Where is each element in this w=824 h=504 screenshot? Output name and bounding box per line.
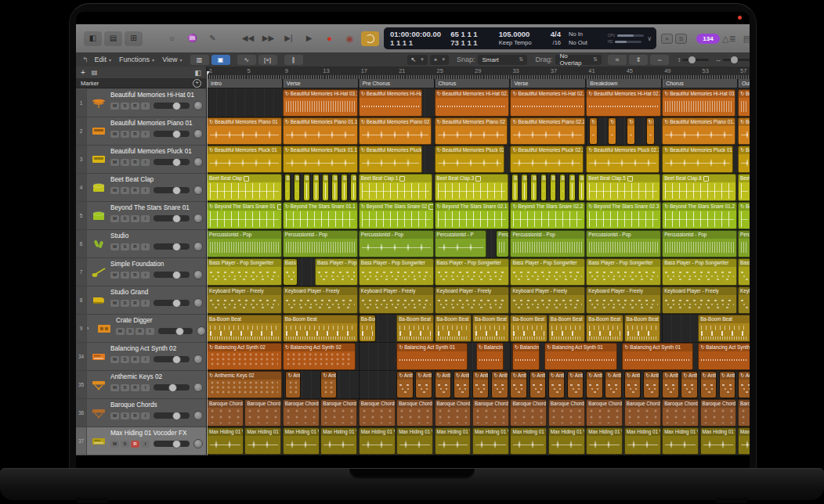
region[interactable]: ↻ Anthe [567, 371, 584, 398]
region[interactable]: Beet Beat Clap.5 [586, 174, 660, 201]
region[interactable]: ↻ Beautiful Memories Pluck 02 [359, 146, 422, 173]
flex-button[interactable]: ∥ [284, 55, 303, 65]
region[interactable]: Keyboard Player - Freely [510, 286, 585, 314]
pan-knob[interactable] [193, 214, 203, 223]
track-header-row[interactable]: 36Baroque ChordsMSRI [76, 399, 206, 427]
solo-button[interactable]: S [121, 243, 129, 250]
horizontal-zoom-slider[interactable]: ↔ [715, 56, 750, 63]
region[interactable]: Baroque Chords [586, 399, 623, 427]
region[interactable]: Baroque Chords [435, 399, 472, 427]
region[interactable]: B [521, 174, 528, 201]
horizontal-auto-zoom-button[interactable]: ⇔ [650, 55, 669, 65]
bar-ruler[interactable]: 159131721252933374145495357 [207, 67, 750, 80]
pan-knob[interactable] [193, 101, 203, 110]
arrangement-marker[interactable]: Outro [739, 79, 750, 88]
region[interactable]: ↻ Balancing Act Synth 01 [396, 343, 468, 370]
region[interactable]: ↻ Beautiful Memories Hi-Hat 02.1 [435, 89, 510, 117]
region[interactable]: B [530, 174, 537, 201]
loop-browser-icon[interactable]: △ [722, 34, 728, 44]
sync-button[interactable]: S [675, 34, 687, 44]
pan-knob[interactable] [193, 129, 203, 139]
track-name[interactable]: Beyond The Stars Snare 01 [110, 204, 206, 212]
solo-button[interactable]: S [121, 356, 129, 363]
region[interactable]: Baroque Chords [700, 399, 737, 427]
region[interactable]: B [331, 174, 338, 201]
track-name[interactable]: Anthemic Keys 02 [110, 373, 206, 381]
input-monitor-button[interactable]: I [141, 103, 150, 110]
region[interactable]: Bass Player - Pop Songwriter [359, 258, 434, 286]
mute-button[interactable]: M [110, 300, 119, 307]
track-header-row[interactable]: 37Max Hiding 01 Vocoder FXMSRI [76, 427, 206, 455]
region[interactable]: Bass Player - Pop Songwriter [586, 258, 661, 286]
mute-button[interactable]: M [110, 412, 119, 419]
region[interactable]: ↻ Beautiful Memories Hi-Hat 03.1 [283, 89, 358, 117]
track-header-row[interactable]: 34Balancing Act Synth 02MSRI [76, 343, 206, 371]
volume-slider[interactable] [154, 187, 190, 193]
record-enable-button[interactable]: R [131, 187, 139, 194]
region[interactable]: Max Hiding 01 V [662, 427, 699, 455]
track-name[interactable]: Beautiful Memories Pluck 01 [110, 148, 206, 156]
region[interactable]: ↻ Anthe [681, 371, 697, 398]
region[interactable]: Percussionist - Pop [359, 230, 434, 257]
track-name[interactable]: Simple Foundation [110, 261, 206, 268]
forward-button[interactable]: ▶▶ [259, 31, 277, 46]
region[interactable]: B [313, 174, 320, 201]
hide-global-tracks-button[interactable]: ◧ [194, 69, 201, 77]
arrangement-marker[interactable]: Chorus [435, 79, 510, 88]
mute-button[interactable]: M [110, 441, 119, 448]
region[interactable]: ↻ Anthe [586, 371, 602, 398]
mute-button[interactable]: M [110, 356, 119, 363]
region[interactable]: ↻ Beautiful Memories Pluck 02.2 [510, 146, 583, 173]
solo-button[interactable]: S [121, 272, 129, 279]
go-to-end-button[interactable]: ▶| [280, 31, 298, 46]
track-header-row[interactable]: 4Beet Beat ClapMSRI [76, 174, 206, 202]
region[interactable]: ↻ Be [608, 117, 616, 145]
track-name[interactable]: Max Hiding 01 Vocoder FX [110, 430, 206, 437]
vertical-zoom-slider[interactable]: ↕ [678, 56, 709, 63]
mute-button[interactable]: M [110, 103, 119, 110]
region[interactable]: Baroque Chords [396, 399, 433, 427]
region[interactable]: Ba-Boom Beat [283, 315, 358, 342]
region[interactable]: Percuss [496, 230, 509, 257]
pencil-button[interactable]: ✎ [204, 31, 222, 46]
volume-slider[interactable] [154, 103, 190, 109]
region[interactable]: B [341, 174, 348, 201]
track-header-row[interactable]: 7Simple FoundationMSRI [76, 258, 206, 286]
track-name[interactable]: Beautiful Memories Piano 01 [110, 120, 206, 128]
record-enable-button[interactable]: R [131, 356, 139, 363]
region[interactable]: Ba-Boom Beat [396, 315, 433, 342]
volume-slider[interactable] [154, 356, 190, 362]
region[interactable]: ↻ Anthemic Keys 02 [207, 371, 282, 398]
region[interactable]: ↻ Beyond The Stars Snare 02.3 [586, 202, 661, 229]
region[interactable]: Bass Player - Pop Songwriter [510, 258, 585, 286]
region[interactable]: ↻ Anthe [510, 371, 526, 398]
count-in-button[interactable]: ☼ [163, 31, 181, 46]
input-monitor-button[interactable]: I [141, 384, 150, 391]
region[interactable]: ↻ Beautiful Memories Piano 02.2 [510, 117, 585, 145]
pan-knob[interactable] [193, 157, 203, 167]
solo-button[interactable]: S [121, 300, 129, 307]
region[interactable]: Keyboard Player [738, 286, 750, 314]
region[interactable]: B [550, 174, 557, 201]
region[interactable]: Percussionist - Pop [207, 230, 282, 257]
regions-grid[interactable]: ↻ Beautiful Memories Hi-Hat 03.1↻ Beauti… [207, 89, 750, 455]
region[interactable]: Percussionist - Pop [738, 230, 750, 257]
region[interactable]: Ba-Boom Beat [207, 315, 282, 342]
arrangement-marker[interactable]: Pre Chorus [360, 79, 434, 88]
region[interactable]: Keyboard Player - Freely [662, 286, 737, 314]
region[interactable]: B [511, 174, 519, 201]
region[interactable]: ↻ Balancing Act Synth 01 [698, 343, 750, 370]
arrangement-marker[interactable]: Chorus [663, 79, 737, 88]
pan-knob[interactable] [193, 242, 203, 251]
region[interactable]: Max Hiding 01 V [244, 427, 281, 455]
volume-slider[interactable] [154, 384, 190, 391]
edit-menu[interactable]: Edit▾ [95, 56, 112, 63]
input-monitor-button[interactable]: I [141, 412, 150, 419]
region[interactable]: Max Hiding 01 V [207, 427, 244, 455]
waveform-zoom-button[interactable]: ≈ [608, 55, 627, 65]
input-monitor-button[interactable]: I [141, 131, 150, 138]
region[interactable]: ↻ Beautiful Memories Hi-Hat 02.3 [586, 89, 661, 117]
input-monitor-button[interactable]: I [141, 215, 150, 222]
region[interactable]: Max Hiding 01 V [472, 427, 509, 455]
input-monitor-button[interactable]: I [141, 243, 150, 250]
